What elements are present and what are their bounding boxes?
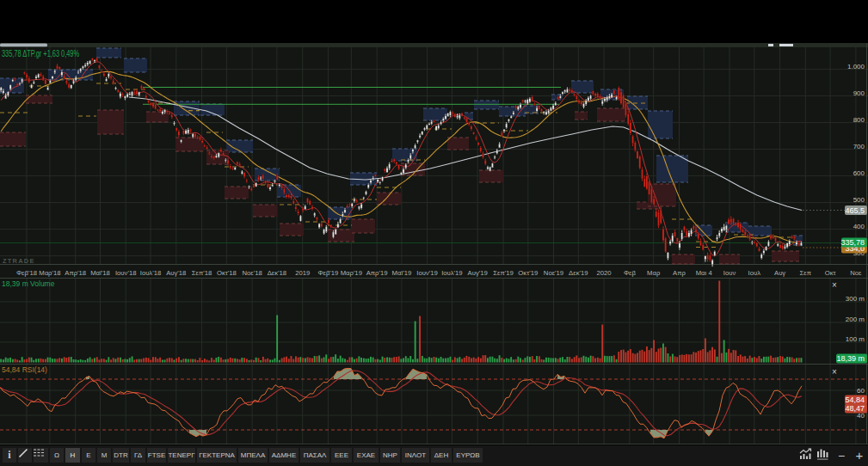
svg-text:Σεπ'18: Σεπ'18	[192, 269, 212, 277]
svg-text:Σεπ'19: Σεπ'19	[493, 269, 514, 277]
svg-text:800: 800	[853, 116, 865, 124]
svg-text:18,39 m Volume: 18,39 m Volume	[2, 279, 55, 288]
svg-text:465,5: 465,5	[845, 206, 865, 215]
svg-text:54,84 RSI(14): 54,84 RSI(14)	[2, 365, 47, 374]
svg-text:600: 600	[853, 169, 865, 177]
svg-text:Ιουλ'19: Ιουλ'19	[441, 269, 462, 277]
svg-text:Οκτ'19: Οκτ'19	[518, 269, 538, 277]
svg-text:ZTRADE: ZTRADE	[3, 257, 35, 265]
svg-text:Νοε: Νοε	[850, 269, 862, 277]
svg-text:900: 900	[853, 89, 865, 97]
svg-text:Απρ'18: Απρ'18	[65, 269, 86, 277]
svg-text:Αυγ: Αυγ	[774, 269, 785, 277]
svg-text:54,84: 54,84	[845, 395, 865, 404]
svg-text:Ιουλ'18: Ιουλ'18	[140, 269, 161, 277]
svg-text:Μαϊ'19: Μαϊ'19	[392, 269, 412, 277]
svg-text:700: 700	[853, 143, 865, 150]
svg-text:Οκτ'18: Οκτ'18	[217, 269, 237, 277]
svg-text:Αυγ'19: Αυγ'19	[468, 269, 488, 277]
svg-text:400: 400	[853, 223, 865, 230]
svg-text:×: ×	[832, 280, 837, 290]
svg-text:Ιουλ: Ιουλ	[748, 269, 761, 277]
svg-text:Ιουν: Ιουν	[723, 269, 736, 277]
svg-text:Οκτ: Οκτ	[825, 269, 836, 277]
svg-text:Φεβ'18: Φεβ'18	[16, 269, 37, 277]
svg-text:100 m: 100 m	[846, 335, 865, 343]
svg-text:60: 60	[857, 387, 865, 395]
svg-text:Δεκ'18: Δεκ'18	[268, 269, 286, 277]
svg-text:300 m: 300 m	[846, 295, 865, 303]
svg-text:Δεκ'19: Δεκ'19	[569, 269, 588, 277]
svg-text:200 m: 200 m	[846, 316, 865, 323]
svg-text:Νοε'18: Νοε'18	[242, 269, 262, 277]
svg-text:Ιουν'18: Ιουν'18	[115, 269, 136, 277]
svg-text:Νοε'19: Νοε'19	[544, 269, 563, 277]
svg-text:335,78 ΔTP.gr +1,63 0,49%: 335,78 ΔTP.gr +1,63 0,49%	[2, 48, 79, 58]
svg-text:Ιουν'19: Ιουν'19	[416, 269, 437, 277]
svg-text:Σεπ: Σεπ	[800, 269, 811, 277]
svg-text:Μαϊ'18: Μαϊ'18	[90, 269, 110, 277]
svg-text:Μαρ'18: Μαρ'18	[39, 269, 60, 277]
svg-text:48,47: 48,47	[845, 404, 865, 413]
svg-text:500: 500	[853, 196, 865, 204]
svg-text:2019: 2019	[295, 269, 310, 277]
svg-text:Αυγ'18: Αυγ'18	[166, 269, 186, 277]
svg-text:Μαι 4: Μαι 4	[696, 269, 713, 277]
svg-text:Απρ: Απρ	[673, 269, 686, 277]
svg-text:Απρ'19: Απρ'19	[366, 269, 388, 277]
svg-text:18,39 m: 18,39 m	[836, 354, 865, 363]
svg-text:×: ×	[832, 367, 837, 377]
svg-text:Φεβ'19: Φεβ'19	[317, 269, 338, 277]
svg-text:Μαρ'19: Μαρ'19	[341, 269, 362, 277]
svg-text:Μαρ: Μαρ	[647, 269, 661, 277]
svg-text:Φεβ: Φεβ	[624, 269, 637, 277]
svg-text:2020: 2020	[597, 269, 612, 277]
svg-text:335,78: 335,78	[840, 238, 865, 247]
svg-text:1.000: 1.000	[847, 63, 865, 71]
